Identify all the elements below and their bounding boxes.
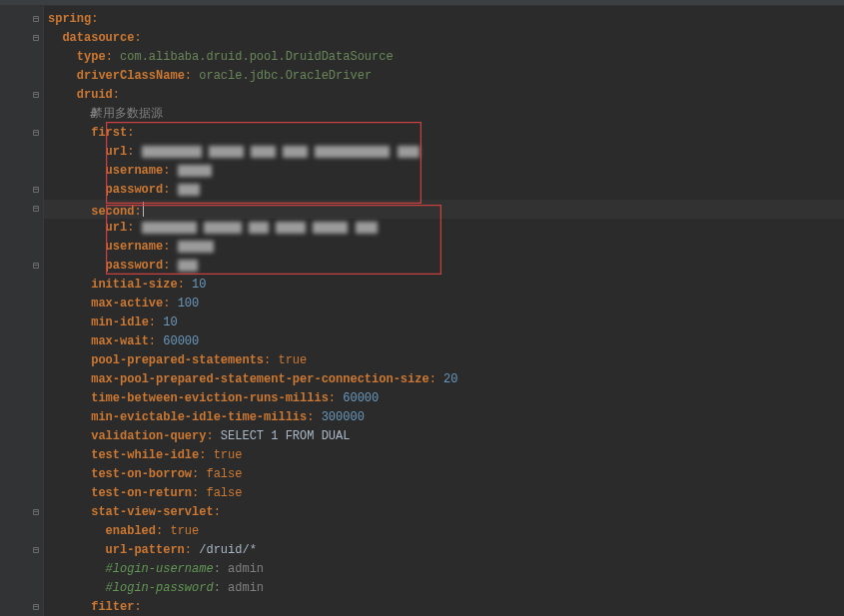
code-line-current: second: [44, 200, 844, 219]
code-line: url-pattern: /druid/* [44, 541, 844, 560]
code-line: min-evictable-idle-time-millis: 300000 [44, 408, 844, 427]
fold-icon[interactable]: ⊟ [30, 204, 42, 216]
code-line: username: [44, 238, 844, 257]
fold-icon[interactable]: ⊟ [30, 128, 42, 140]
fold-icon[interactable]: ⊟ [30, 33, 42, 45]
code-line: validation-query: SELECT 1 FROM DUAL [44, 427, 844, 446]
code-line: max-pool-prepared-statement-per-connecti… [44, 370, 844, 389]
code-line: spring: [44, 10, 844, 29]
code-line: #login-password: admin [44, 579, 844, 598]
text-caret [143, 202, 144, 217]
code-line: initial-size: 10 [44, 276, 844, 295]
fold-icon[interactable]: ⊟ [30, 602, 42, 614]
code-line: url: [44, 143, 844, 162]
code-line: password: [44, 181, 844, 200]
code-line: min-idle: 10 [44, 313, 844, 332]
code-line: max-active: 100 [44, 295, 844, 313]
code-line: test-while-idle: true [44, 446, 844, 465]
fold-icon[interactable]: ⊟ [30, 507, 42, 519]
code-line: #login-username: admin [44, 560, 844, 579]
fold-icon[interactable]: ⊟ [30, 14, 42, 26]
code-line: password: [44, 257, 844, 276]
fold-icon[interactable]: ⊟ [30, 261, 42, 273]
fold-icon[interactable]: ⊟ [30, 545, 42, 557]
code-line: test-on-return: false [44, 484, 844, 503]
code-content[interactable]: # spring: datasource: type: com.alibaba.… [44, 6, 844, 616]
code-line: username: [44, 162, 844, 181]
code-line: enabled: true [44, 522, 844, 541]
code-line: first: [44, 124, 844, 143]
code-line: 禁用多数据源 [44, 105, 844, 124]
hash-marker: # [90, 106, 97, 125]
code-line: druid: [44, 86, 844, 105]
code-line: pool-prepared-statements: true [44, 351, 844, 370]
fold-icon[interactable]: ⊟ [30, 90, 42, 102]
code-line: datasource: [44, 29, 844, 48]
code-line: driverClassName: oracle.jdbc.OracleDrive… [44, 67, 844, 86]
editor-area: ⊟ ⊟ ⊟ ⊟ ⊟ ⊟ ⊟ ⊟ ⊟ ⊟ # spring: datasource… [0, 6, 844, 616]
gutter: ⊟ ⊟ ⊟ ⊟ ⊟ ⊟ ⊟ ⊟ ⊟ ⊟ [0, 6, 44, 616]
code-line: url: [44, 219, 844, 238]
code-line: filter: [44, 598, 844, 616]
code-line: max-wait: 60000 [44, 332, 844, 351]
code-line: type: com.alibaba.druid.pool.DruidDataSo… [44, 48, 844, 67]
fold-icon[interactable]: ⊟ [30, 185, 42, 197]
code-line: test-on-borrow: false [44, 465, 844, 484]
code-line: time-between-eviction-runs-millis: 60000 [44, 389, 844, 408]
code-line: stat-view-servlet: [44, 503, 844, 522]
